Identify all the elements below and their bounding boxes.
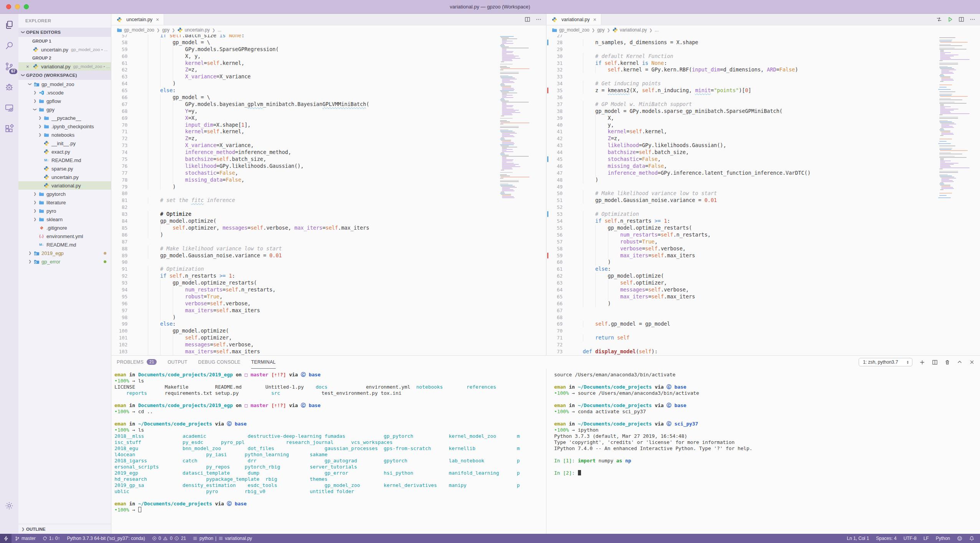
- extensions-icon[interactable]: [3, 122, 16, 135]
- code-line[interactable]: 34# Get inducing points: [546, 80, 980, 87]
- close-panel-icon[interactable]: [969, 359, 975, 365]
- code-line[interactable]: 71return self: [546, 334, 980, 341]
- code-line[interactable]: 84gp_model.optimize(: [111, 218, 546, 225]
- tree-item--ipynb-checkpoints[interactable]: ❯.ipynb_checkpoints: [18, 122, 111, 131]
- code-line[interactable]: 99else:: [111, 321, 546, 328]
- python-interpreter-status[interactable]: Python 3.7.3 64-bit ('sci_py37': conda): [63, 534, 148, 543]
- notifications-bell-icon[interactable]: [966, 534, 978, 543]
- code-line[interactable]: 29: [546, 46, 980, 53]
- code-line[interactable]: 31if self.kernel is None:: [546, 60, 980, 67]
- terminal-picker-dropdown[interactable]: 1: zsh, python3.7▲▼: [859, 358, 912, 366]
- code-line[interactable]: 58verbose=self.verbose,: [546, 245, 980, 252]
- indentation-status[interactable]: Spaces: 4: [872, 534, 900, 543]
- code-line[interactable]: 50# Make likelihood variance low to star…: [546, 190, 980, 197]
- tree-item-environment-yml[interactable]: {..}environment.yml: [18, 232, 111, 240]
- remote-explorer-icon[interactable]: [3, 101, 16, 114]
- tree-item-gpy[interactable]: ❯gpy: [18, 105, 111, 114]
- code-line[interactable]: 59max_iters=self.max_iters: [546, 252, 980, 259]
- terminal-right[interactable]: source /Users/eman/anaconda3/bin/activat…: [546, 369, 980, 534]
- code-line[interactable]: 59GPy.models.SparseGPRegression(: [111, 46, 546, 53]
- code-line[interactable]: 35z = kmeans2(X, self.n_inducing, minit=…: [546, 87, 980, 94]
- run-icon[interactable]: [947, 17, 953, 22]
- more-actions-icon[interactable]: [970, 17, 975, 22]
- tree-item-uncertain-py[interactable]: uncertain.py: [18, 173, 111, 181]
- open-editor-item[interactable]: uncertain.pygp_model_zoo • ...: [18, 45, 111, 54]
- tree-item--vscode[interactable]: ❯.vscode: [18, 88, 111, 97]
- code-line[interactable]: 32self.kernel = GPy.kern.RBF(input_dim=d…: [546, 66, 980, 73]
- tree-item--init-py[interactable]: __init__.py: [18, 139, 111, 147]
- code-line[interactable]: 62gp_model.optimize(: [546, 273, 980, 280]
- maximize-panel-icon[interactable]: [957, 359, 962, 365]
- panel-tab-debug-console[interactable]: DEBUG CONSOLE: [198, 356, 240, 369]
- code-line[interactable]: 53# Optimization: [546, 211, 980, 218]
- code-line[interactable]: 92if self.n_restarts >= 1:: [111, 273, 546, 280]
- code-line[interactable]: 63self.optimizer,: [546, 280, 980, 286]
- code-line[interactable]: 56num_restarts=self.n_restarts,: [546, 232, 980, 238]
- code-line[interactable]: 73def display_model(self):: [546, 348, 980, 355]
- tab-variational.py[interactable]: variational.py×: [546, 14, 601, 25]
- workspace-header[interactable]: ❯ GPZOO (WORKSPACE): [18, 71, 111, 80]
- minimap[interactable]: [937, 35, 976, 199]
- code-line[interactable]: 90: [111, 259, 546, 266]
- split-editor-icon[interactable]: [525, 17, 530, 22]
- code-line[interactable]: 28n_samples, d_dimensions = X.shape: [546, 39, 980, 46]
- code-line[interactable]: 60X, y,: [111, 53, 546, 60]
- code-line[interactable]: 93gp_model.optimize_restarts(: [111, 280, 546, 286]
- code-editor[interactable]: 2728n_samples, d_dimensions = X.shape293…: [546, 35, 980, 355]
- code-line[interactable]: 91# Optimization: [111, 266, 546, 273]
- open-editors-header[interactable]: ❯ OPEN EDITORS: [18, 28, 111, 37]
- code-line[interactable]: 87: [111, 238, 546, 245]
- open-changes-icon[interactable]: [936, 17, 942, 22]
- code-line[interactable]: 72: [546, 341, 980, 348]
- tab-uncertain.py[interactable]: uncertain.py×: [111, 14, 164, 25]
- tree-item--gitignore[interactable]: .gitignore: [18, 223, 111, 232]
- code-line[interactable]: 66): [546, 300, 980, 307]
- panel-tab-terminal[interactable]: TERMINAL: [251, 356, 276, 369]
- code-line[interactable]: 96verbose=self.verbose,: [111, 300, 546, 307]
- breadcrumb-item[interactable]: ...: [655, 27, 659, 33]
- code-line[interactable]: 69X=X,: [111, 115, 546, 122]
- cursor-position-status[interactable]: Ln 1, Col 1: [843, 534, 872, 543]
- code-line[interactable]: 80: [111, 190, 546, 197]
- more-actions-icon[interactable]: [536, 17, 541, 22]
- tree-item-readme-md[interactable]: M↓README.md: [18, 156, 111, 164]
- code-line[interactable]: 33: [546, 73, 980, 80]
- code-line[interactable]: 85self.optimizer, messages=self.verbose,…: [111, 225, 546, 232]
- kill-terminal-icon[interactable]: [945, 359, 950, 365]
- split-terminal-icon[interactable]: [932, 359, 938, 365]
- code-line[interactable]: 41kernel=self.kernel,: [546, 128, 980, 135]
- code-line[interactable]: 88# Make likelihood variance low to star…: [111, 245, 546, 252]
- tree-item-gpytorch[interactable]: ❯gpytorch: [18, 190, 111, 198]
- problems-status[interactable]: 0 0 21: [149, 534, 190, 543]
- tree-item-sparse-py[interactable]: sparse.py: [18, 164, 111, 173]
- code-line[interactable]: 47inference_method=GPy.inference.latent_…: [546, 170, 980, 177]
- terminal-left[interactable]: eman in Documents/code_projects/2019_egp…: [111, 369, 546, 534]
- code-line[interactable]: 43likelihood=GPy.likelihoods.Gaussian(),: [546, 142, 980, 149]
- code-line[interactable]: 46missing_data=False,: [546, 163, 980, 170]
- code-line[interactable]: 94num_restarts=self.n_restarts,: [111, 286, 546, 293]
- code-line[interactable]: 51gp_model.Gaussian_noise.variance = 0.0…: [546, 197, 980, 204]
- feedback-smiley-icon[interactable]: [954, 534, 966, 543]
- tree-item--pycache-[interactable]: ❯__pycache__: [18, 114, 111, 122]
- code-line[interactable]: 70input_dim=X.shape[1],: [111, 122, 546, 129]
- git-branch-status[interactable]: master: [12, 534, 39, 543]
- code-line[interactable]: 78missing_data=False,: [111, 177, 546, 184]
- code-line[interactable]: 98): [111, 314, 546, 321]
- breadcrumb-item[interactable]: gpy: [597, 27, 604, 33]
- code-line[interactable]: 77stochastic=False,: [111, 170, 546, 177]
- code-line[interactable]: 61kernel=self.kernel,: [111, 60, 546, 67]
- code-line[interactable]: 86): [111, 232, 546, 238]
- code-line[interactable]: 79): [111, 184, 546, 190]
- tree-item-variational-py[interactable]: variational.py: [18, 181, 111, 190]
- tree-item-2019-egp[interactable]: ❯2019_egp: [18, 249, 111, 257]
- code-line[interactable]: 103max_iters=self.max_iters: [111, 348, 546, 355]
- code-line[interactable]: 68: [546, 314, 980, 321]
- code-line[interactable]: 71kernel=self.kernel,: [111, 128, 546, 135]
- code-line[interactable]: 62Z=z,: [111, 66, 546, 73]
- code-line[interactable]: 36: [546, 94, 980, 101]
- code-line[interactable]: 55gp_model.optimize_restarts(: [546, 225, 980, 232]
- code-line[interactable]: 69self.gp_model = gp_model: [546, 321, 980, 328]
- code-line[interactable]: 27: [546, 35, 980, 39]
- code-line[interactable]: 101self.optimizer,: [111, 334, 546, 341]
- code-line[interactable]: 67: [546, 307, 980, 314]
